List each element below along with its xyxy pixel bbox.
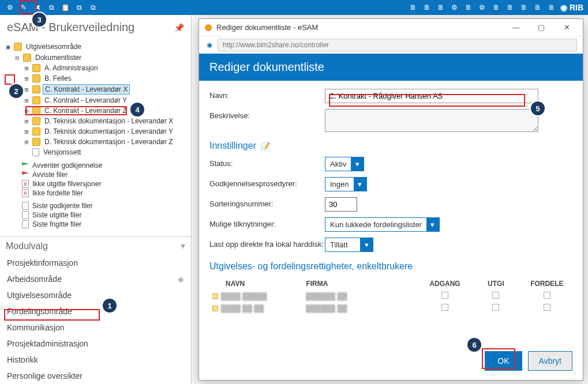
pin-icon[interactable]: 📌 xyxy=(174,23,184,32)
toolbar-right-group: 🗎 🗎 🗎 ⚙ 🗎 ⚙ 🗎 🗎 🗎 🗎 🗎 ◉ RIB xyxy=(408,2,583,13)
tree-item-d-y[interactable]: D. Teknisk dokumentasjon - Leverandør Y xyxy=(43,127,175,136)
status-select[interactable]: Aktiv ▾ xyxy=(325,157,364,171)
module-utgivelsesomrade[interactable]: Utgivelsesområde xyxy=(0,287,191,303)
expand-icon[interactable]: ⊞ xyxy=(23,86,30,93)
module-fordelingsomrade[interactable]: Fordelingsområde xyxy=(0,303,191,319)
toolbar-paste-icon[interactable]: 📋 xyxy=(60,2,70,13)
tree-root-label[interactable]: Utgivelsesområde xyxy=(24,42,83,51)
toolbar-r7-icon[interactable]: 🗎 xyxy=(491,2,501,13)
dist-checkbox[interactable] xyxy=(544,304,550,311)
toolbar-r11-icon[interactable]: 🗎 xyxy=(546,2,557,13)
recent-released[interactable]: Siste frigitte filer xyxy=(32,220,81,228)
name-input[interactable] xyxy=(325,89,538,103)
window-close-button[interactable]: ✕ xyxy=(556,23,577,32)
tree-item-a[interactable]: A. Administrasjon xyxy=(43,63,100,73)
table-row[interactable]: ████ ██ ██ ██████ ██ xyxy=(209,302,572,314)
toolbar-r9-icon[interactable]: 🗎 xyxy=(519,2,529,13)
tree-item-c-y[interactable]: C. Kontrakt - Leverandør Y xyxy=(43,96,129,105)
ok-button[interactable]: OK xyxy=(485,351,522,371)
user-icon xyxy=(212,306,218,311)
app-dot-icon xyxy=(205,24,212,31)
tree-item-versjon[interactable]: Versjonssett xyxy=(42,148,83,157)
status-value: Aktiv xyxy=(325,157,351,171)
approval-select[interactable]: Ingen ▾ xyxy=(325,177,367,191)
issue-checkbox[interactable] xyxy=(492,292,499,299)
cancel-button[interactable]: Avbryt xyxy=(528,351,572,371)
sort-input[interactable] xyxy=(325,197,357,212)
tree-collapse-group-icon[interactable]: ⊟ xyxy=(14,54,21,62)
tree-collapse-root-icon[interactable]: ▣ xyxy=(5,43,12,51)
toolbar-copy-icon[interactable]: ⧉ xyxy=(46,2,57,13)
module-kommunikasjon[interactable]: Kommunikasjon xyxy=(0,319,191,336)
desc-input[interactable] xyxy=(325,109,538,132)
links-select[interactable]: Kun lukkede fordelingslister ▾ xyxy=(325,217,440,232)
toolbar-delete-icon[interactable]: ✖ xyxy=(32,2,43,13)
tree-item-c-x[interactable]: C. Kontrakt - Leverandør X xyxy=(43,84,130,95)
module-prosjektadmin[interactable]: Prosjektadministrasjon xyxy=(0,336,191,352)
note-icon[interactable]: 📝 xyxy=(261,142,270,150)
expand-icon[interactable]: ⊞ xyxy=(23,138,30,146)
toolbar-r10-icon[interactable]: 🗎 xyxy=(533,2,543,13)
address-bar[interactable]: http://www.bim2share.no/controller xyxy=(218,39,577,51)
expand-icon[interactable]: ⊞ xyxy=(23,97,30,104)
status-unissued[interactable]: Ikke utgitte filversjoner xyxy=(32,180,101,188)
toolbar-r3-icon[interactable]: 🗎 xyxy=(436,2,446,13)
module-historikk[interactable]: Historikk xyxy=(0,352,191,368)
col-issue: UTGI xyxy=(470,280,521,288)
toolbar-gear-icon[interactable]: ⚙ xyxy=(5,2,15,13)
chevron-down-icon[interactable]: ▾ xyxy=(181,240,185,251)
access-checkbox[interactable] xyxy=(441,292,448,299)
tree-item-d-z[interactable]: D. Teknisk dokumentasjon - Leverandør Z xyxy=(43,137,175,146)
status-undist[interactable]: Ikke fordelte filer xyxy=(32,189,83,197)
folder-icon xyxy=(32,74,40,82)
toolbar-r1-icon[interactable]: 🗎 xyxy=(408,2,418,13)
toolbar-edit-icon[interactable]: ✎ xyxy=(18,2,29,13)
expand-icon[interactable]: ⊞ xyxy=(23,118,30,125)
expand-icon[interactable]: ⊞ xyxy=(23,75,30,82)
expand-icon[interactable]: ⊞ xyxy=(23,128,30,135)
toolbar-r2-icon[interactable]: 🗎 xyxy=(422,2,432,13)
row-name: ████ ██ ██ xyxy=(221,304,306,313)
access-checkbox[interactable] xyxy=(441,304,448,311)
module-personlige[interactable]: Personlige oversikter xyxy=(0,368,191,384)
window-maximize-button[interactable]: ▢ xyxy=(531,23,552,32)
table-row[interactable]: ████ █████ ██████ ██ xyxy=(209,290,572,302)
tree-item-c-z[interactable]: C. Kontrakt - Leverandør Z xyxy=(43,106,129,115)
status-label: Status: xyxy=(209,157,325,168)
links-label: Mulige tilknytninger: xyxy=(209,217,325,228)
module-arbeidsomrade[interactable]: Arbeidsområde◆ xyxy=(0,271,191,287)
app-toolbar: ⚙ ✎ ✖ ⧉ 📋 ⧉ ⧉ 🗎 🗎 🗎 ⚙ 🗎 ⚙ 🗎 🗎 🗎 🗎 🗎 ◉ RI… xyxy=(0,0,588,15)
toolbar-extra-1-icon[interactable]: ⧉ xyxy=(74,2,84,13)
user-icon xyxy=(212,293,218,299)
tree-group-label[interactable]: Dokumentlister xyxy=(33,53,83,62)
expand-icon[interactable]: ⊞ xyxy=(23,65,30,72)
links-value: Kun lukkede fordelingslister xyxy=(325,218,426,231)
toolbar-r8-icon[interactable]: 🗎 xyxy=(505,2,515,13)
status-rejected[interactable]: Avviste filer xyxy=(32,171,68,179)
toolbar-r4-icon[interactable]: ⚙ xyxy=(450,2,460,13)
col-name: NAVN xyxy=(209,280,306,288)
left-panel-title: eSAM - Brukerveiledning xyxy=(7,21,134,34)
status-awaiting[interactable]: Avventer godkjennelse xyxy=(32,161,102,170)
toolbar-r6-icon[interactable]: ⚙ xyxy=(477,2,488,13)
tree-item-d-x[interactable]: D. Teknisk dokumentasjon - Leverandør X xyxy=(43,116,175,126)
recent-issued[interactable]: Siste utgitte filer xyxy=(32,211,81,219)
folder-icon xyxy=(32,107,40,115)
folder-icon xyxy=(23,54,31,62)
file-icon xyxy=(22,202,29,210)
upload-select[interactable]: Tillatt ▾ xyxy=(325,238,373,252)
expand-icon[interactable]: ⊞ xyxy=(23,107,30,115)
window-minimize-button[interactable]: — xyxy=(505,23,526,32)
folder-icon xyxy=(14,43,22,51)
issue-checkbox[interactable] xyxy=(492,304,499,311)
toolbar-r5-icon[interactable]: 🗎 xyxy=(463,2,474,13)
file-icon xyxy=(22,220,29,228)
name-label: Navn: xyxy=(209,89,325,100)
folder-icon xyxy=(32,127,40,135)
module-prosjektinfo[interactable]: Prosjektinformasjon xyxy=(0,255,191,271)
upload-label: Last opp direkte fra lokal harddisk: xyxy=(209,238,325,249)
recent-approved[interactable]: Siste godkjente filer xyxy=(32,202,93,210)
tree-item-b[interactable]: B. Felles xyxy=(43,74,73,83)
dist-checkbox[interactable] xyxy=(544,292,550,299)
toolbar-extra-2-icon[interactable]: ⧉ xyxy=(88,2,98,13)
